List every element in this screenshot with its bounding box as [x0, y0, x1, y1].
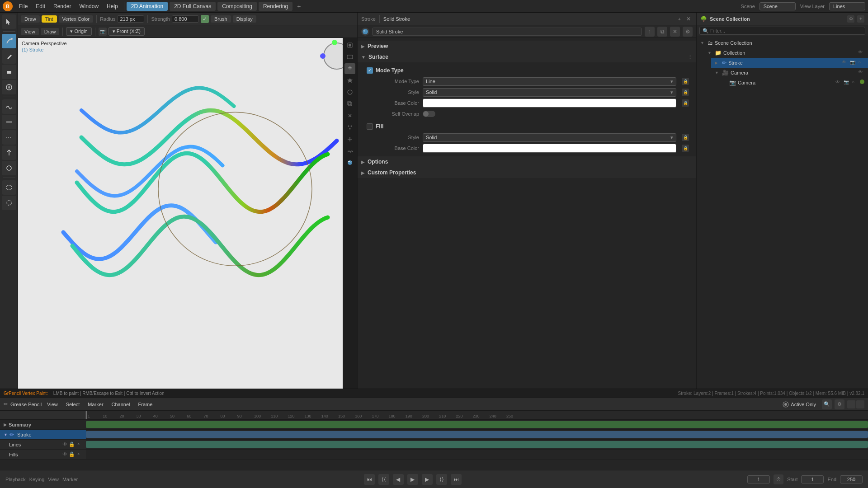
front-view-camera-icon[interactable]: 📷 — [99, 28, 107, 36]
view-layer-props-icon[interactable] — [344, 63, 355, 74]
draw-mode-selector[interactable]: Draw — [21, 15, 40, 23]
jump-start-btn[interactable]: ⏮ — [364, 474, 375, 485]
collection-vis-btn[interactable]: 👁 — [858, 50, 864, 56]
options-section-header[interactable]: ▶ Options — [358, 156, 696, 167]
fps-btn[interactable]: ⏱ — [774, 474, 783, 484]
stroke-checkbox[interactable]: ✓ — [367, 67, 373, 74]
circle-select-tool[interactable] — [2, 196, 16, 210]
fills-hide-btn[interactable]: ⚬ — [76, 451, 80, 457]
fill-color-lock[interactable]: 🔒 — [682, 145, 689, 152]
prev-frame-btn[interactable]: ◀ — [393, 474, 404, 485]
stroke-track-arrow[interactable]: ▼ — [4, 432, 8, 437]
next-keyframe-btn[interactable]: ⟩⟩ — [436, 474, 447, 485]
timeline-marker-menu[interactable]: Marker — [85, 402, 106, 407]
push-tool[interactable] — [2, 161, 16, 175]
timeline-frame-menu[interactable]: Frame — [136, 402, 156, 407]
fills-vis-btn[interactable]: 👁 — [62, 451, 67, 457]
menu-help[interactable]: Help — [103, 2, 122, 11]
fill-style-value[interactable]: Solid ▾ — [423, 133, 676, 142]
stroke-row[interactable]: ▶ ✏ Stroke 👁 📷 ○ — [711, 58, 868, 68]
fills-lock-btn[interactable]: 🔒 — [69, 451, 75, 457]
object-data-icon[interactable] — [344, 145, 355, 156]
end-frame-field[interactable]: 250 — [840, 475, 863, 483]
start-frame-field[interactable]: 1 — [801, 475, 824, 483]
play-btn[interactable]: ▶ — [407, 474, 418, 485]
keying-menu[interactable]: Keying — [29, 477, 45, 482]
custom-props-section-header[interactable]: ▶ Custom Properties — [358, 167, 696, 178]
vertex-color-selector[interactable]: Vertex Color — [59, 15, 94, 23]
tl-btn2[interactable] — [856, 400, 864, 408]
strength-tool[interactable] — [2, 130, 16, 145]
menu-edit[interactable]: Edit — [32, 2, 49, 11]
jump-end-btn[interactable]: ⏭ — [451, 474, 462, 485]
camera-group-row[interactable]: ▼ 🎥 Camera 👁 — [711, 68, 868, 78]
next-frame-btn[interactable]: ▶ — [422, 474, 433, 485]
main-viewport[interactable]: Camera Perspective (1) Stroke 🔍 ↻ — [18, 38, 357, 398]
surface-props-btn[interactable]: ⋮ — [688, 54, 693, 60]
camera-group-vis-btn[interactable]: 👁 — [858, 70, 864, 76]
thickness-tool[interactable] — [2, 115, 16, 129]
view-menu[interactable]: View — [48, 477, 59, 482]
world-props-icon[interactable] — [344, 87, 355, 98]
fills-track-content[interactable] — [86, 450, 868, 459]
lines-vis-btn[interactable]: 👁 — [62, 441, 67, 447]
mode-type-lock[interactable]: 🔒 — [682, 78, 689, 85]
camera-obj-row[interactable]: 📷 Camera 👁 📷 ○ — [718, 78, 868, 88]
output-props-icon[interactable] — [344, 52, 355, 62]
preview-section-header[interactable]: ▶ Preview — [358, 41, 696, 52]
tab-rendering[interactable]: Rendering — [259, 2, 292, 11]
base-color-lock[interactable]: 🔒 — [682, 99, 689, 107]
camera-obj-select-btn[interactable]: ○ — [852, 80, 858, 86]
timeline-search-btn[interactable]: 🔍 — [822, 399, 832, 409]
display-selector[interactable]: Display — [233, 15, 256, 23]
brush-selector[interactable]: Brush — [211, 15, 231, 23]
menu-window[interactable]: Window — [75, 2, 102, 11]
smooth-tool[interactable] — [2, 99, 16, 114]
fill-enable-row[interactable]: Fill — [363, 121, 691, 132]
lines-track-content[interactable] — [86, 440, 868, 449]
props-close-button[interactable]: ✕ — [684, 15, 693, 23]
props-add-button[interactable]: + — [678, 16, 681, 22]
timeline-channel-menu[interactable]: Channel — [109, 402, 133, 407]
select-tool[interactable] — [2, 14, 16, 29]
stroke-track-name[interactable]: Stroke — [17, 432, 32, 437]
add-workspace-button[interactable]: + — [294, 2, 303, 11]
stroke-style-value[interactable]: Solid ▾ — [423, 88, 676, 97]
strength-enable[interactable]: ✓ — [201, 15, 209, 23]
modifier-props-icon[interactable] — [344, 110, 355, 121]
strength-input[interactable]: 0.800 — [172, 15, 199, 23]
stroke-render-btn[interactable]: 📷 — [850, 60, 856, 66]
stroke-track-content[interactable] — [86, 430, 868, 439]
material-settings-btn[interactable]: ⚙ — [683, 27, 693, 37]
collection-row[interactable]: ▼ 📁 Collection 👁 — [704, 48, 868, 58]
grease-pencil-menu[interactable]: Grease Pencil — [10, 402, 42, 407]
scene-name[interactable]: Scene — [760, 2, 796, 10]
stroke-base-color-picker[interactable] — [423, 99, 676, 108]
scene-props-icon[interactable] — [344, 75, 355, 86]
viewport-draw-menu[interactable]: Draw — [41, 28, 60, 35]
outliner-search[interactable] — [699, 27, 865, 35]
lines-hide-btn[interactable]: ⚬ — [76, 441, 80, 447]
fill-base-color-picker[interactable] — [423, 144, 676, 153]
outliner-filter-btn[interactable]: ⚙ — [847, 15, 854, 23]
tab-2d-animation[interactable]: 2D Animation — [127, 2, 168, 11]
prev-keyframe-btn[interactable]: ⟨⟨ — [378, 474, 389, 485]
material-copy-btn[interactable]: ⧉ — [657, 27, 667, 37]
material-props-icon[interactable] — [344, 157, 355, 168]
current-frame-field[interactable]: 1 — [747, 475, 770, 483]
marker-menu[interactable]: Marker — [62, 477, 78, 482]
tab-2d-full-canvas[interactable]: 2D Full Canvas — [170, 2, 216, 11]
tab-compositing[interactable]: Compositing — [217, 2, 257, 11]
radius-input[interactable]: 213 px — [117, 15, 144, 23]
style-lock[interactable]: 🔒 — [682, 89, 689, 96]
summary-arrow[interactable]: ▶ — [4, 422, 7, 427]
grab-tool[interactable] — [2, 145, 16, 160]
physics-props-icon[interactable] — [344, 134, 355, 145]
camera-obj-vis-btn[interactable]: 👁 — [835, 80, 842, 86]
gizmo-y-axis[interactable] — [332, 40, 337, 45]
draw-tool[interactable] — [2, 34, 16, 48]
tl-btn1[interactable] — [847, 400, 855, 408]
stroke-vis-btn[interactable]: 👁 — [842, 60, 848, 66]
timeline-view-menu[interactable]: View — [44, 402, 61, 407]
material-remove-btn[interactable]: ✕ — [670, 27, 680, 37]
